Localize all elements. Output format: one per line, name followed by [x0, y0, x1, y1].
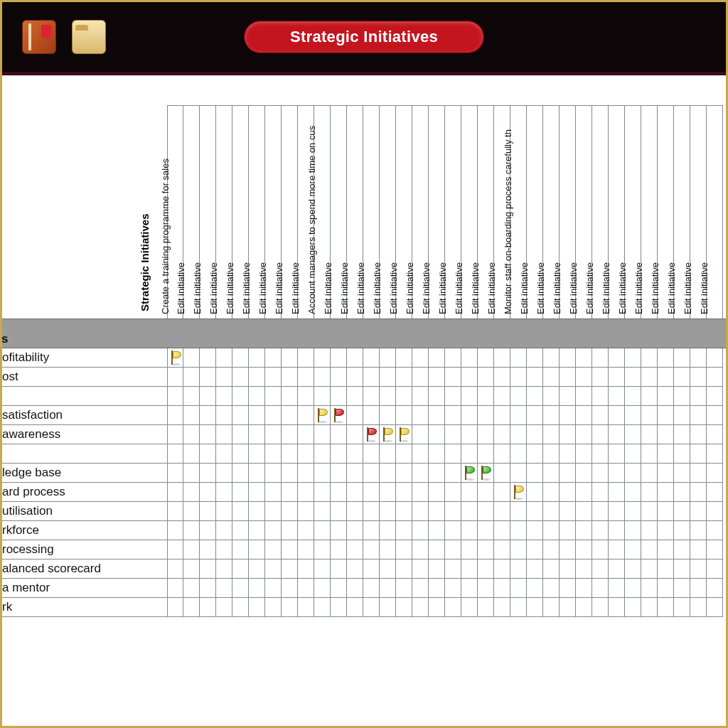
matrix-cell[interactable] [560, 387, 576, 406]
matrix-cell[interactable] [445, 348, 461, 368]
matrix-cell[interactable] [461, 348, 478, 368]
matrix-cell[interactable] [282, 348, 298, 368]
matrix-cell[interactable] [232, 483, 249, 502]
matrix-cell[interactable] [445, 598, 461, 617]
matrix-cell[interactable] [265, 560, 282, 579]
matrix-cell[interactable] [331, 598, 347, 617]
matrix-cell[interactable] [282, 406, 298, 425]
matrix-cell[interactable] [445, 444, 461, 464]
matrix-cell[interactable] [625, 406, 641, 425]
matrix-cell[interactable] [200, 579, 216, 598]
matrix-cell[interactable] [249, 560, 265, 579]
matrix-cell[interactable] [167, 348, 183, 368]
matrix-cell[interactable] [478, 425, 494, 444]
matrix-cell[interactable] [707, 579, 723, 598]
matrix-cell[interactable] [200, 560, 216, 579]
matrix-cell[interactable] [690, 560, 707, 579]
matrix-cell[interactable] [412, 444, 429, 464]
matrix-cell[interactable] [282, 579, 298, 598]
matrix-cell[interactable] [527, 464, 543, 483]
matrix-cell[interactable] [412, 521, 429, 540]
matrix-cell[interactable] [658, 425, 674, 444]
matrix-cell[interactable] [429, 464, 445, 483]
matrix-cell[interactable] [478, 387, 494, 406]
matrix-cell[interactable] [282, 425, 298, 444]
matrix-cell[interactable] [363, 483, 380, 502]
matrix-cell[interactable] [707, 598, 723, 617]
matrix-cell[interactable] [183, 425, 200, 444]
matrix-cell[interactable] [380, 540, 396, 560]
matrix-cell[interactable] [249, 387, 265, 406]
matrix-cell[interactable] [167, 406, 183, 425]
matrix-cell[interactable] [494, 483, 510, 502]
matrix-cell[interactable] [576, 444, 592, 464]
matrix-cell[interactable] [576, 598, 592, 617]
matrix-cell[interactable] [347, 579, 363, 598]
matrix-cell[interactable] [314, 540, 331, 560]
matrix-cell[interactable] [347, 444, 363, 464]
matrix-cell[interactable] [510, 521, 527, 540]
matrix-cell[interactable] [216, 368, 232, 387]
matrix-cell[interactable] [478, 521, 494, 540]
matrix-cell[interactable] [249, 579, 265, 598]
matrix-cell[interactable] [478, 444, 494, 464]
matrix-cell[interactable] [461, 560, 478, 579]
matrix-cell[interactable] [331, 444, 347, 464]
matrix-cell[interactable] [576, 425, 592, 444]
matrix-cell[interactable] [592, 598, 609, 617]
matrix-cell[interactable] [494, 598, 510, 617]
matrix-cell[interactable] [347, 598, 363, 617]
matrix-cell[interactable] [560, 502, 576, 521]
objective-label[interactable]: ofitability [2, 348, 167, 368]
matrix-cell[interactable] [674, 483, 690, 502]
matrix-cell[interactable] [641, 502, 658, 521]
matrix-cell[interactable] [298, 348, 314, 368]
matrix-cell[interactable] [609, 560, 625, 579]
matrix-cell[interactable] [641, 348, 658, 368]
matrix-cell[interactable] [625, 425, 641, 444]
matrix-cell[interactable] [347, 502, 363, 521]
matrix-cell[interactable] [609, 540, 625, 560]
matrix-cell[interactable] [200, 598, 216, 617]
matrix-cell[interactable] [592, 406, 609, 425]
matrix-cell[interactable] [200, 502, 216, 521]
matrix-cell[interactable] [494, 579, 510, 598]
matrix-cell[interactable] [494, 560, 510, 579]
matrix-cell[interactable] [560, 406, 576, 425]
matrix-cell[interactable] [527, 521, 543, 540]
matrix-cell[interactable] [543, 368, 560, 387]
matrix-cell[interactable] [331, 521, 347, 540]
matrix-cell[interactable] [543, 406, 560, 425]
matrix-cell[interactable] [641, 387, 658, 406]
matrix-cell[interactable] [674, 521, 690, 540]
matrix-cell[interactable] [216, 348, 232, 368]
matrix-cell[interactable] [478, 560, 494, 579]
matrix-cell[interactable] [576, 560, 592, 579]
matrix-cell[interactable] [331, 579, 347, 598]
matrix-cell[interactable] [183, 521, 200, 540]
matrix-cell[interactable] [216, 560, 232, 579]
matrix-cell[interactable] [380, 579, 396, 598]
matrix-cell[interactable] [641, 406, 658, 425]
matrix-cell[interactable] [674, 387, 690, 406]
matrix-cell[interactable] [510, 406, 527, 425]
matrix-cell[interactable] [429, 368, 445, 387]
matrix-cell[interactable] [412, 387, 429, 406]
matrix-cell[interactable] [216, 444, 232, 464]
matrix-cell[interactable] [200, 425, 216, 444]
matrix-cell[interactable] [510, 444, 527, 464]
matrix-cell[interactable] [478, 540, 494, 560]
matrix-cell[interactable] [625, 521, 641, 540]
matrix-cell[interactable] [200, 540, 216, 560]
matrix-cell[interactable] [658, 502, 674, 521]
matrix-cell[interactable] [200, 444, 216, 464]
matrix-cell[interactable] [592, 502, 609, 521]
matrix-cell[interactable] [592, 483, 609, 502]
matrix-cell[interactable] [461, 579, 478, 598]
matrix-cell[interactable] [331, 560, 347, 579]
matrix-cell[interactable] [167, 579, 183, 598]
matrix-cell[interactable] [445, 579, 461, 598]
matrix-cell[interactable] [543, 483, 560, 502]
matrix-cell[interactable] [363, 502, 380, 521]
matrix-cell[interactable] [609, 521, 625, 540]
